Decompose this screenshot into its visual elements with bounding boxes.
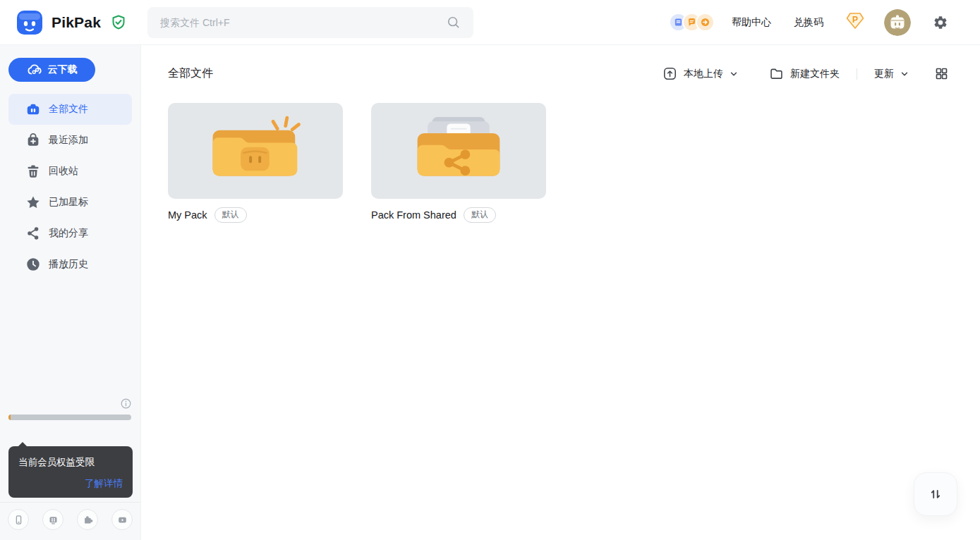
cloud-download-label: 云下载 [48,63,78,76]
sidebar-item-label: 已加星标 [49,196,88,209]
sidebar-item-label: 我的分享 [49,227,88,240]
page-title: 全部文件 [168,66,213,81]
tv-app-icon[interactable] [42,509,63,530]
local-upload-button[interactable]: 本地上传 [663,66,738,81]
all-files-icon [25,102,41,117]
video-channel-icon[interactable] [111,509,133,530]
cloud-download-button[interactable]: 云下载 [8,58,95,82]
default-badge: 默认 [214,207,247,223]
sidebar-menu: 全部文件 最近添加 回收站 [8,94,132,280]
chevron-down-icon [900,70,909,78]
folder-card-pack-from-shared: Pack From Shared 默认 [371,103,546,223]
sidebar-item-label: 播放历史 [49,258,88,271]
grid-view-icon[interactable] [934,66,949,81]
new-folder-label: 新建文件夹 [790,68,840,80]
sidebar-item-all-files[interactable]: 全部文件 [8,94,132,125]
default-badge: 默认 [464,207,496,223]
search-icon[interactable] [447,16,461,30]
sidebar-divider [0,502,140,503]
folder-label-row: Pack From Shared 默认 [371,207,546,223]
sidebar-item-label: 回收站 [49,165,78,178]
folder-thumbnail[interactable] [168,103,343,199]
folder-card-my-pack: My Pack 默认 [168,103,343,223]
browser-extension-icon[interactable] [77,509,98,530]
membership-tooltip: 当前会员权益受限 了解详情 [8,446,133,498]
storage-progress-bar [8,415,131,420]
folder-icon [769,66,784,81]
storage-info-icon[interactable] [121,398,131,409]
recent-added-icon [25,133,41,148]
brand-name: PikPak [52,14,101,31]
sidebar-item-label: 全部文件 [49,103,88,116]
mobile-app-icon[interactable] [8,509,29,530]
redeem-code-link[interactable]: 兑换码 [794,16,823,29]
premium-letter: P [846,15,864,25]
security-shield-icon [111,14,126,31]
sort-order-button[interactable] [914,472,957,516]
brand-area[interactable]: PikPak [16,8,126,37]
sidebar-item-recent-added[interactable]: 最近添加 [8,125,132,156]
header-right-cluster: 帮助中心 兑换码 P [669,9,948,36]
share-icon [25,226,41,241]
sidebar-item-label: 最近添加 [49,134,88,147]
tooltip-title: 当前会员权益受限 [18,456,123,469]
tooltip-learn-more-link[interactable]: 了解详情 [18,477,123,490]
new-folder-button[interactable]: 新建文件夹 [769,66,840,81]
pikpak-logo-icon [16,8,44,37]
sidebar: 云下载 全部文件 最近添加 [0,45,141,540]
folder-thumbnail[interactable] [371,103,546,199]
toolbar: 本地上传 新建文件夹 更新 [663,66,949,81]
top-header: PikPak 帮助中心 兑换码 [0,0,980,45]
search-bar[interactable] [147,7,473,38]
app-shortcuts [0,509,140,530]
content-header: 全部文件 本地上传 新建文件夹 更新 [168,66,949,81]
update-sort-button[interactable]: 更新 [874,68,909,80]
folder-label-row: My Pack 默认 [168,207,343,223]
main-content: 全部文件 本地上传 新建文件夹 更新 [141,45,980,540]
avatar[interactable] [884,9,911,36]
invite-badge-icon[interactable] [696,13,715,32]
folder-grid: My Pack 默认 [168,103,546,223]
update-label: 更新 [874,68,894,80]
shared-folder-icon [410,116,507,186]
premium-gem-icon[interactable]: P [846,12,864,32]
settings-gear-icon[interactable] [933,15,948,30]
history-icon [25,257,41,272]
robot-folder-icon [207,116,304,186]
sort-arrows-icon [928,486,943,502]
help-center-link[interactable]: 帮助中心 [732,16,771,29]
folder-name[interactable]: Pack From Shared [371,209,456,221]
sidebar-item-starred[interactable]: 已加星标 [8,187,132,218]
cloud-link-icon [27,63,42,77]
storage-progress-fill [8,415,11,420]
toolbar-divider [857,68,857,80]
notification-badges [669,13,715,32]
upload-icon [663,66,677,81]
chevron-down-icon [730,70,738,78]
local-upload-label: 本地上传 [684,68,723,80]
trash-icon [25,164,41,179]
sidebar-item-play-history[interactable]: 播放历史 [8,249,132,280]
sidebar-item-recycle-bin[interactable]: 回收站 [8,156,132,187]
star-icon [25,195,41,210]
sidebar-item-my-shares[interactable]: 我的分享 [8,218,132,249]
search-input[interactable] [160,17,447,28]
folder-name[interactable]: My Pack [168,209,207,221]
